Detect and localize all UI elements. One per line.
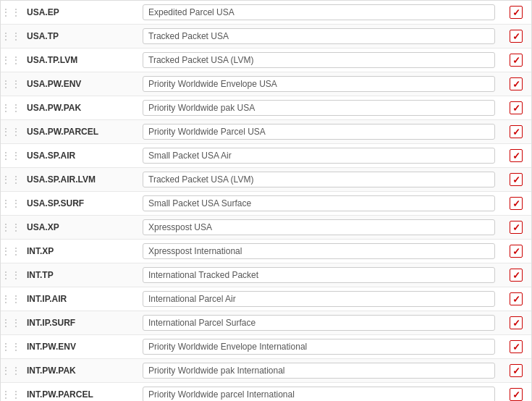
drag-handle[interactable]: ⋮⋮: [1, 318, 21, 328]
shipping-enabled-cell[interactable]: [501, 30, 531, 43]
shipping-label-cell[interactable]: [137, 48, 501, 72]
shipping-enabled-cell[interactable]: [501, 364, 531, 377]
shipping-checkbox[interactable]: [510, 245, 523, 258]
shipping-label-input[interactable]: [143, 28, 495, 44]
drag-handle[interactable]: ⋮⋮: [1, 174, 21, 185]
shipping-enabled-cell[interactable]: [501, 6, 531, 19]
shipping-label-cell[interactable]: [137, 168, 501, 191]
drag-handle[interactable]: ⋮⋮: [1, 151, 21, 161]
shipping-enabled-cell[interactable]: [501, 149, 531, 162]
shipping-label-cell[interactable]: [137, 287, 501, 311]
table-row: ⋮⋮ USA.SP.SURF: [1, 192, 531, 216]
shipping-label-cell[interactable]: [137, 1, 501, 24]
drag-handle[interactable]: ⋮⋮: [1, 246, 21, 256]
drag-handle[interactable]: ⋮⋮: [1, 342, 21, 352]
shipping-code: USA.EP: [21, 4, 137, 21]
shipping-label-cell[interactable]: [137, 359, 501, 382]
shipping-label-cell[interactable]: [137, 144, 501, 167]
shipping-checkbox[interactable]: [510, 269, 523, 282]
shipping-label-cell[interactable]: [137, 120, 501, 143]
drag-handle[interactable]: ⋮⋮: [1, 366, 21, 376]
shipping-label-input[interactable]: [143, 100, 495, 116]
shipping-label-input[interactable]: [143, 4, 495, 20]
shipping-checkbox[interactable]: [510, 316, 523, 329]
shipping-label-input[interactable]: [143, 219, 495, 235]
shipping-label-input[interactable]: [143, 315, 495, 331]
drag-handle[interactable]: ⋮⋮: [1, 103, 21, 113]
shipping-label-input[interactable]: [143, 148, 495, 164]
shipping-code: USA.PW.PAK: [21, 99, 137, 117]
shipping-label-cell[interactable]: [137, 216, 501, 239]
shipping-checkbox[interactable]: [510, 54, 523, 67]
shipping-checkbox[interactable]: [510, 364, 523, 377]
shipping-enabled-cell[interactable]: [501, 245, 531, 258]
shipping-checkbox[interactable]: [510, 30, 523, 43]
drag-handle[interactable]: ⋮⋮: [1, 198, 21, 208]
shipping-label-input[interactable]: [143, 243, 495, 259]
shipping-checkbox[interactable]: [510, 292, 523, 305]
shipping-enabled-cell[interactable]: [501, 316, 531, 329]
shipping-enabled-cell[interactable]: [501, 197, 531, 210]
shipping-checkbox[interactable]: [510, 77, 523, 90]
shipping-enabled-cell[interactable]: [501, 173, 531, 186]
shipping-label-input[interactable]: [143, 124, 495, 140]
shipping-checkbox[interactable]: [510, 149, 523, 162]
shipping-label-input[interactable]: [143, 291, 495, 307]
shipping-label-cell[interactable]: [137, 240, 501, 263]
drag-handle[interactable]: ⋮⋮: [1, 55, 21, 65]
shipping-label-input[interactable]: [143, 52, 495, 68]
shipping-label-cell[interactable]: [137, 311, 501, 334]
drag-icon: ⋮⋮: [1, 79, 21, 89]
shipping-checkbox[interactable]: [510, 221, 523, 234]
shipping-code: INT.IP.AIR: [21, 290, 137, 308]
shipping-label-input[interactable]: [143, 76, 495, 92]
drag-icon: ⋮⋮: [1, 270, 21, 280]
shipping-label-input[interactable]: [143, 339, 495, 355]
drag-icon: ⋮⋮: [1, 318, 21, 328]
shipping-label-input[interactable]: [143, 387, 495, 401]
drag-handle[interactable]: ⋮⋮: [1, 389, 21, 400]
shipping-methods-table: ⋮⋮ USA.EP ⋮⋮ USA.TP ⋮⋮ USA.TP: [0, 0, 532, 401]
drag-handle[interactable]: ⋮⋮: [1, 7, 21, 17]
shipping-checkbox[interactable]: [510, 197, 523, 210]
shipping-label-cell[interactable]: [137, 335, 501, 358]
shipping-label-input[interactable]: [143, 267, 495, 283]
shipping-checkbox[interactable]: [510, 101, 523, 114]
shipping-code: USA.TP: [21, 28, 137, 45]
shipping-label-input[interactable]: [143, 363, 495, 379]
shipping-enabled-cell[interactable]: [501, 340, 531, 353]
shipping-enabled-cell[interactable]: [501, 221, 531, 234]
drag-handle[interactable]: ⋮⋮: [1, 294, 21, 304]
shipping-enabled-cell[interactable]: [501, 77, 531, 90]
table-row: ⋮⋮ INT.XP: [1, 240, 531, 263]
shipping-code: INT.PW.PAK: [21, 362, 137, 379]
shipping-label-input[interactable]: [143, 195, 495, 211]
drag-handle[interactable]: ⋮⋮: [1, 79, 21, 89]
shipping-checkbox[interactable]: [510, 388, 523, 401]
shipping-checkbox[interactable]: [510, 340, 523, 353]
shipping-enabled-cell[interactable]: [501, 101, 531, 114]
drag-handle[interactable]: ⋮⋮: [1, 31, 21, 41]
shipping-label-cell[interactable]: [137, 72, 501, 96]
shipping-enabled-cell[interactable]: [501, 269, 531, 282]
shipping-label-cell[interactable]: [137, 383, 501, 401]
drag-handle[interactable]: ⋮⋮: [1, 222, 21, 232]
shipping-label-input[interactable]: [143, 172, 495, 187]
drag-handle[interactable]: ⋮⋮: [1, 270, 21, 280]
shipping-checkbox[interactable]: [510, 125, 523, 138]
shipping-code: USA.SP.AIR: [21, 147, 137, 164]
shipping-enabled-cell[interactable]: [501, 54, 531, 67]
shipping-label-cell[interactable]: [137, 25, 501, 48]
shipping-label-cell[interactable]: [137, 263, 501, 287]
shipping-enabled-cell[interactable]: [501, 292, 531, 305]
table-row: ⋮⋮ USA.PW.PARCEL: [1, 120, 531, 144]
shipping-checkbox[interactable]: [510, 173, 523, 186]
drag-handle[interactable]: ⋮⋮: [1, 127, 21, 137]
shipping-enabled-cell[interactable]: [501, 388, 531, 401]
shipping-checkbox[interactable]: [510, 6, 523, 19]
table-row: ⋮⋮ USA.PW.ENV: [1, 72, 531, 96]
shipping-label-cell[interactable]: [137, 96, 501, 119]
shipping-enabled-cell[interactable]: [501, 125, 531, 138]
table-row: ⋮⋮ INT.IP.AIR: [1, 287, 531, 311]
shipping-label-cell[interactable]: [137, 192, 501, 215]
